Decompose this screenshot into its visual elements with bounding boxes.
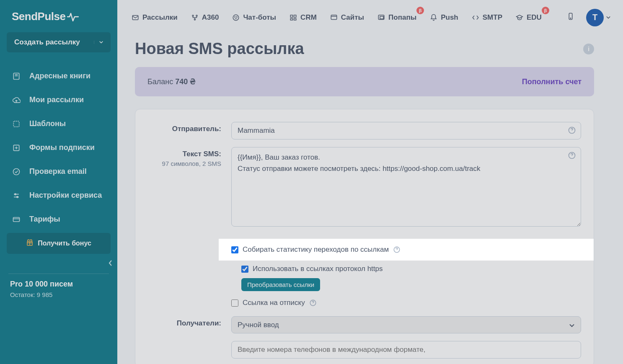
sidebar-collapse-handle[interactable]	[108, 254, 117, 274]
topup-link[interactable]: Пополнить счет	[522, 77, 582, 86]
bell-icon	[430, 14, 437, 21]
sidebar-item-email-verify[interactable]: Проверка email	[0, 160, 117, 183]
bonus-label: Получить бонус	[38, 240, 91, 247]
sidebar: SendPulse Создать рассылку Адресные книг…	[0, 0, 117, 364]
sidebar-item-label: Тарифы	[29, 215, 60, 224]
collect-stats-checkbox[interactable]	[231, 246, 238, 253]
info-icon[interactable]: i	[583, 44, 594, 54]
https-checkbox-row[interactable]: Использовать в ссылках протокол https	[241, 263, 581, 275]
sidebar-item-subscribe-forms[interactable]: Формы подписки	[0, 136, 117, 160]
nav-crm[interactable]: CRM	[284, 10, 323, 25]
sidebar-item-templates[interactable]: Шаблоны	[0, 112, 117, 136]
code-icon	[472, 14, 479, 21]
recipients-label: Получатели:	[148, 316, 221, 333]
svg-point-12	[233, 15, 239, 21]
mobile-preview-button[interactable]	[562, 8, 579, 26]
mail-icon	[132, 14, 139, 21]
recipients-select[interactable]: Ручной ввод	[231, 316, 581, 333]
svg-rect-18	[294, 18, 296, 20]
beta-badge: β	[542, 7, 549, 14]
nav-chatbots[interactable]: Чат-боты	[226, 10, 282, 25]
edu-icon	[516, 14, 523, 21]
sidebar-item-label: Формы подписки	[29, 143, 95, 152]
balance-banner: Баланс 740 ₴ Пополнить счет	[135, 67, 594, 96]
svg-point-9	[192, 15, 194, 16]
sidebar-item-label: Настройки сервиса	[29, 191, 102, 200]
sidebar-item-my-campaigns[interactable]: Мои рассылки	[0, 88, 117, 112]
sidebar-item-label: Шаблоны	[29, 119, 66, 128]
beta-badge: β	[416, 7, 424, 14]
check-circle-icon	[12, 168, 21, 176]
help-icon[interactable]	[393, 246, 401, 253]
nav-label: Рассылки	[142, 13, 178, 22]
https-checkbox[interactable]	[241, 266, 248, 273]
sender-label: Отправитель:	[148, 122, 221, 139]
get-bonus-button[interactable]: Получить бонус	[7, 233, 111, 254]
plan-info: Pro 10 000 писем Остаток: 9 985	[0, 280, 117, 298]
unsubscribe-checkbox[interactable]	[231, 299, 238, 307]
avatar: T	[586, 9, 604, 26]
unsubscribe-checkbox-row[interactable]: Ссылка на отписку	[231, 297, 581, 309]
https-label: Использовать в ссылках протокол https	[253, 265, 383, 273]
convert-links-button[interactable]: Преобразовать ссылки	[241, 278, 320, 291]
sliders-icon	[12, 191, 21, 200]
nav-edu[interactable]: EDU β	[510, 10, 548, 25]
unsubscribe-label: Ссылка на отписку	[243, 299, 305, 307]
nav-label: Попапы	[388, 13, 416, 22]
balance-amount: 740 ₴	[175, 77, 196, 86]
collect-stats-checkbox-row[interactable]: Собирать статистику переходов по ссылкам	[231, 244, 581, 256]
svg-point-10	[196, 15, 197, 16]
chevron-down-icon	[606, 16, 610, 19]
nav-popups[interactable]: Попапы β	[372, 10, 422, 25]
account-menu[interactable]: T	[581, 9, 610, 26]
nav-a360[interactable]: A360	[185, 10, 225, 25]
sidebar-item-pricing[interactable]: Тарифы	[0, 207, 117, 231]
nav-label: A360	[202, 13, 219, 22]
sms-text-input[interactable]	[231, 147, 581, 227]
create-campaign-label: Создать рассылку	[14, 38, 80, 46]
phones-input[interactable]	[231, 341, 581, 359]
balance-label: Баланс	[147, 77, 173, 86]
svg-rect-15	[290, 15, 292, 17]
svg-point-5	[17, 196, 18, 197]
svg-point-11	[194, 19, 195, 20]
brand-logo[interactable]: SendPulse	[0, 0, 117, 32]
crm-icon	[290, 14, 297, 21]
svg-point-14	[237, 16, 238, 17]
svg-rect-19	[331, 15, 337, 20]
help-icon[interactable]	[568, 151, 576, 160]
svg-rect-6	[13, 217, 20, 222]
brand-name: SendPulse	[12, 10, 65, 23]
sms-form-card: Отправитель: Текст SMS: 97 символов, 2 S…	[135, 109, 594, 364]
nav-campaigns[interactable]: Рассылки	[126, 10, 184, 25]
template-icon	[12, 120, 21, 128]
nav-push[interactable]: Push	[424, 10, 464, 25]
svg-point-23	[570, 18, 571, 19]
svg-point-13	[235, 16, 235, 17]
sidebar-item-address-books[interactable]: Адресные книги	[0, 64, 117, 88]
site-icon	[330, 14, 338, 21]
text-label: Текст SMS:	[148, 150, 221, 158]
nav-sites[interactable]: Сайты	[324, 10, 370, 25]
nav-label: EDU	[527, 13, 542, 22]
create-campaign-button[interactable]: Создать рассылку	[7, 32, 111, 52]
chevron-down-icon	[94, 41, 103, 44]
nav-label: Push	[441, 13, 458, 22]
nav-label: CRM	[300, 13, 317, 22]
chat-icon	[232, 14, 240, 21]
help-icon[interactable]	[309, 299, 317, 307]
nav-smtp[interactable]: SMTP	[466, 10, 508, 25]
svg-point-4	[15, 194, 16, 195]
sidebar-item-label: Адресные книги	[29, 72, 90, 80]
svg-rect-21	[380, 16, 383, 19]
sender-input[interactable]	[231, 122, 581, 139]
svg-rect-17	[290, 18, 292, 20]
sidebar-item-settings[interactable]: Настройки сервиса	[0, 183, 117, 207]
top-nav: Рассылки A360 Чат-боты CRM Сайты Попапы	[117, 0, 623, 35]
book-icon	[12, 72, 21, 80]
sidebar-item-label: Мои рассылки	[29, 96, 84, 104]
help-icon[interactable]	[568, 126, 576, 134]
credit-card-icon	[12, 215, 21, 224]
popup-icon	[377, 14, 385, 21]
pulse-icon	[67, 12, 79, 21]
